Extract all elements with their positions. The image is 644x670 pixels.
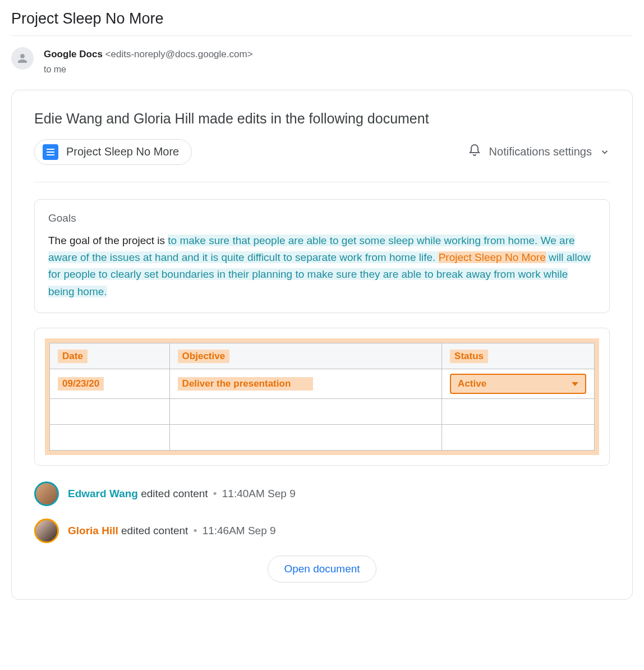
editor-avatar [34,518,59,543]
notification-card: Edie Wang and Gloria Hill made edits in … [11,90,633,600]
editor-name[interactable]: Edward Wang [68,488,138,499]
sender-row: Google Docs <edits-noreply@docs.google.c… [11,36,633,90]
email-subject: Project Sleep No More [11,0,633,36]
goals-section: Goals The goal of the project is to make… [34,199,610,314]
table-row: 09/23/20 Deliver the presentation Active [50,369,595,399]
objective-table: Date Objective Status 09/23/20 Deliver t… [49,343,595,451]
dropdown-caret-icon [572,382,578,386]
editor-name[interactable]: Gloria Hill [68,525,118,536]
col-date: Date [58,350,88,363]
sender-email: <edits-noreply@docs.google.com> [105,49,253,59]
open-document-button[interactable]: Open document [268,556,376,582]
separator: • [190,525,200,536]
google-docs-icon [43,144,58,160]
chevron-down-icon [600,147,610,157]
edit-entry: Gloria Hill edited content • 11:46AM Sep… [34,518,610,543]
table-header-row: Date Objective Status [50,343,595,369]
edit-timestamp: 11:46AM Sep 9 [203,525,276,536]
table-row [50,425,595,451]
status-dropdown[interactable]: Active [450,374,586,394]
separator: • [210,488,220,499]
edit-action: edited content [121,525,188,536]
goals-text-highlight-orange: Project Sleep No More [439,251,546,263]
notifications-label: Notifications settings [489,145,592,158]
col-status: Status [450,350,488,363]
sender-to-line: to me [44,63,253,76]
sender-avatar-icon [11,47,34,70]
edit-entry: Edward Wang edited content • 11:40AM Sep… [34,481,610,506]
editor-avatar [34,481,59,506]
sender-name: Google Docs [44,49,103,59]
col-objective: Objective [178,350,230,363]
goals-body: The goal of the project is to make sure … [48,232,596,301]
status-value: Active [458,378,486,389]
document-title: Project Sleep No More [66,145,179,158]
goals-heading: Goals [48,212,596,224]
objective-table-section: Date Objective Status 09/23/20 Deliver t… [34,328,610,466]
notifications-settings-button[interactable]: Notifications settings [468,144,610,160]
cell-objective: Deliver the presentation [178,377,314,391]
edit-action: edited content [141,488,208,499]
edit-summary: Edie Wang and Gloria Hill made edits in … [34,111,610,127]
goals-text-plain: The goal of the project is [48,235,168,246]
table-row [50,399,595,425]
cell-date: 09/23/20 [58,377,104,391]
edit-timestamp: 11:40AM Sep 9 [222,488,296,499]
bell-icon [468,144,481,160]
document-link[interactable]: Project Sleep No More [34,139,192,165]
